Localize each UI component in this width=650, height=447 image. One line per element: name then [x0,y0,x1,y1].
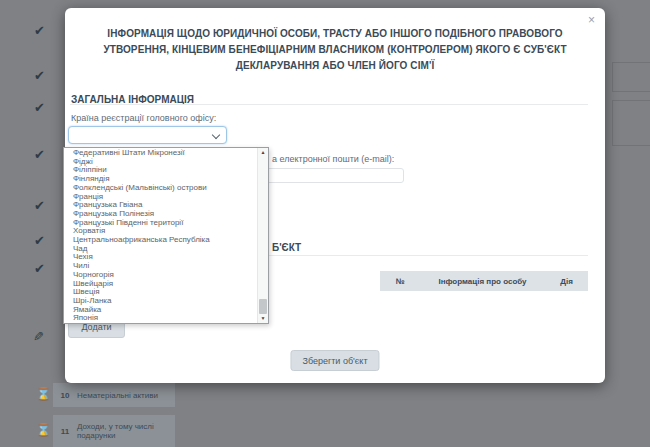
country-dropdown-list: Федеративні Штати МікронезіїФіджіФіліппі… [63,147,269,324]
persons-table-header: № Інформація про особу Дія [380,271,588,291]
check-icon: ✔ [34,262,45,275]
country-field-label: Країна реєстрації головного офісу: [71,113,216,123]
scroll-up-icon[interactable]: ▲ [258,149,268,156]
check-icon: ✔ [34,199,45,212]
hourglass-icon: ⌛ [36,388,51,401]
check-icon: ✔ [34,148,45,161]
sidebar-item-intangible-assets: 10 Нематеріальні активи [53,383,175,407]
table-col-number: № [380,277,420,286]
table-col-person-info: Інформація про особу [420,277,545,286]
check-icon: ✔ [34,101,45,114]
sidebar-item-number: 11 [53,427,77,436]
sidebar-item-number: 10 [53,391,77,400]
country-select[interactable] [68,126,227,144]
save-object-button[interactable]: Зберегти об'єкт [290,350,379,371]
modal-title: ІНФОРМАЦІЯ ЩОДО ЮРИДИЧНОЇ ОСОБИ, ТРАСТУ … [89,26,581,74]
section-divider [70,104,588,105]
section-object-title-fragment: Б'ЄКТ [272,242,301,253]
country-option[interactable]: Федеративні Штати Мікронезії [73,149,257,158]
check-icon: ✔ [34,24,45,37]
pencil-icon: ✎ [33,330,44,343]
close-icon[interactable]: × [588,13,595,27]
country-option[interactable]: Японія [73,314,257,322]
background-form-box [612,100,650,146]
check-icon: ✔ [34,69,45,82]
check-icon: ✔ [34,234,45,247]
sidebar-item-income-gifts: 11 Доходи, у тому числі подарунки [53,415,175,447]
country-option[interactable]: Швейцарія [73,280,257,289]
scrollbar-thumb[interactable] [259,299,267,314]
country-option[interactable]: Ямайка [73,306,257,315]
chevron-down-icon [212,131,220,139]
table-col-action: Дія [545,277,588,286]
sidebar-item-label: Доходи, у тому числі подарунки [77,422,175,440]
hourglass-icon: ⌛ [36,424,51,437]
country-option[interactable]: Центральноафриканська Республіка [73,236,257,245]
email-field-label: а електронної пошти (e-mail): [272,154,394,164]
country-option[interactable]: Чад [73,245,257,254]
country-options: Федеративні Штати МікронезіїФіджіФіліппі… [64,149,257,322]
country-option[interactable]: Чехія [73,253,257,262]
scroll-down-icon[interactable]: ▼ [258,315,268,322]
dropdown-scrollbar[interactable]: ▲ ▼ [257,148,268,323]
sidebar-item-label: Нематеріальні активи [77,391,175,400]
background-form-box [612,62,650,92]
legal-entity-modal: × ІНФОРМАЦІЯ ЩОДО ЮРИДИЧНОЇ ОСОБИ, ТРАСТ… [65,8,605,383]
